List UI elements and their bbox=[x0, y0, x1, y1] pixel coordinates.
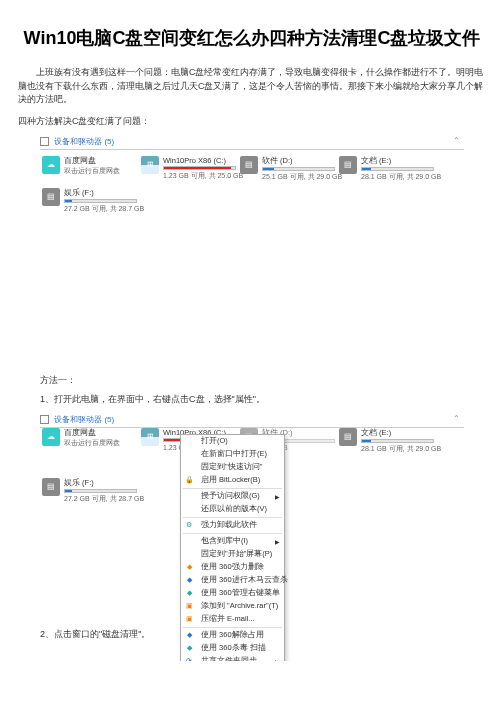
hdd-icon: ▤ bbox=[339, 428, 357, 446]
drive-baidu[interactable]: ☁ 百度网盘 双击运行百度网盘 bbox=[42, 428, 137, 454]
menu-item-label: 启用 BitLocker(B) bbox=[201, 475, 260, 485]
menu-item-icon: 🔒 bbox=[184, 475, 194, 485]
hdd-icon: ▤ bbox=[42, 188, 60, 206]
capacity-bar bbox=[163, 166, 236, 170]
menu-item[interactable]: ◆使用 360进行木马云查杀 bbox=[181, 574, 284, 587]
drive-sub: 1.23 GB 可用, 共 25.0 GB bbox=[163, 171, 236, 181]
menu-item-icon: ◆ bbox=[184, 562, 194, 572]
hdd-icon: ▤ bbox=[339, 156, 357, 174]
drive-baidu[interactable]: ☁ 百度网盘 双击运行百度网盘 bbox=[42, 156, 137, 182]
menu-item-label: 添加到 "Archive.rar"(T) bbox=[201, 601, 278, 611]
menu-item-label: 强力卸载此软件 bbox=[201, 520, 257, 530]
menu-item[interactable]: 包含到库中(I)▶ bbox=[181, 535, 284, 548]
menu-item-icon: ◆ bbox=[184, 575, 194, 585]
menu-item-icon: ⚙ bbox=[184, 520, 194, 530]
menu-item[interactable]: 固定到"开始"屏幕(P) bbox=[181, 548, 284, 561]
article-page: Win10电脑C盘空间变红怎么办四种方法清理C盘垃圾文件 上班族有没有遇到这样一… bbox=[0, 0, 504, 661]
drive-f[interactable]: ▤ 娱乐 (F:) 27.2 GB 可用, 共 28.7 GB bbox=[42, 478, 137, 504]
drive-c[interactable]: ⊞ Win10Pro X86 (C:) 1.23 GB 可用, 共 25.0 G… bbox=[141, 156, 236, 182]
menu-item-icon: ◆ bbox=[184, 630, 194, 640]
menu-item-label: 使用 360进行木马云查杀 bbox=[201, 575, 288, 585]
intro-paragraph: 上班族有没有遇到这样一个问题：电脑C盘经常变红内存满了，导致电脑变得很卡，什么操… bbox=[18, 66, 486, 107]
method-one-label: 方法一： bbox=[40, 374, 486, 387]
menu-item[interactable]: 打开(O) bbox=[181, 435, 284, 448]
context-menu: 打开(O)在新窗口中打开(E)固定到"快速访问"🔒启用 BitLocker(B)… bbox=[180, 434, 285, 661]
menu-item-label: 还原以前的版本(V) bbox=[201, 504, 267, 514]
drive-sub: 28.1 GB 可用, 共 29.0 GB bbox=[361, 172, 434, 182]
windows-drive-icon: ⊞ bbox=[141, 428, 159, 446]
cloud-icon: ☁ bbox=[42, 428, 60, 446]
menu-item[interactable]: ◆使用 360管理右键菜单 bbox=[181, 587, 284, 600]
submenu-arrow-icon: ▶ bbox=[275, 658, 280, 661]
menu-separator bbox=[183, 488, 282, 489]
windows-drive-icon: ⊞ bbox=[141, 156, 159, 174]
menu-item-icon: ▣ bbox=[184, 601, 194, 611]
menu-item-label: 使用 360杀毒 扫描 bbox=[201, 643, 266, 653]
article-title: Win10电脑C盘空间变红怎么办四种方法清理C盘垃圾文件 bbox=[18, 26, 486, 50]
menu-item[interactable]: 授予访问权限(G)▶ bbox=[181, 490, 284, 503]
screenshot-contextmenu: 设备和驱动器 (5) ⌃ ☁ 百度网盘 双击运行百度网盘 ⊞ Win10Pro … bbox=[40, 412, 464, 622]
devices-header-label: 设备和驱动器 (5) bbox=[54, 415, 114, 424]
drive-f[interactable]: ▤ 娱乐 (F:) 27.2 GB 可用, 共 28.7 GB bbox=[42, 188, 137, 214]
menu-item[interactable]: ▣添加到 "Archive.rar"(T) bbox=[181, 600, 284, 613]
drive-label: 娱乐 (F:) bbox=[64, 478, 137, 488]
drive-e[interactable]: ▤ 文档 (E:) 28.1 GB 可用, 共 29.0 GB bbox=[339, 428, 434, 454]
capacity-bar bbox=[361, 167, 434, 171]
drive-label: 软件 (D:) bbox=[262, 156, 335, 166]
devices-header-label: 设备和驱动器 (5) bbox=[54, 137, 114, 146]
menu-item-label: 使用 360管理右键菜单 bbox=[201, 588, 280, 598]
capacity-bar bbox=[64, 199, 137, 203]
step-1: 1、打开此电脑，在界面中，右键点击C盘，选择"属性"。 bbox=[40, 393, 486, 406]
drive-d[interactable]: ▤ 软件 (D:) 25.1 GB 可用, 共 29.0 GB bbox=[240, 156, 335, 182]
screenshot-drives: 设备和驱动器 (5) ⌃ ☁ 百度网盘 双击运行百度网盘 ⊞ Win10Pro … bbox=[40, 134, 464, 218]
drive-sub: 27.2 GB 可用, 共 28.7 GB bbox=[64, 494, 137, 504]
menu-item-icon: ⟳ bbox=[184, 656, 194, 661]
drive-sub: 27.2 GB 可用, 共 28.7 GB bbox=[64, 204, 137, 214]
menu-item[interactable]: ◆使用 360强力删除 bbox=[181, 561, 284, 574]
submenu-arrow-icon: ▶ bbox=[275, 538, 280, 545]
menu-item[interactable]: 在新窗口中打开(E) bbox=[181, 448, 284, 461]
menu-item-icon: ◆ bbox=[184, 588, 194, 598]
menu-item[interactable]: ⟳共享文件夹同步▶ bbox=[181, 655, 284, 661]
chevron-icon: ⌃ bbox=[453, 136, 460, 145]
drive-label: 娱乐 (F:) bbox=[64, 188, 137, 198]
menu-separator bbox=[183, 517, 282, 518]
menu-item[interactable]: 固定到"快速访问" bbox=[181, 461, 284, 474]
drives-row: ☁ 百度网盘 双击运行百度网盘 ⊞ Win10Pro X86 (C:) 1.23… bbox=[40, 154, 464, 218]
menu-item-label: 固定到"开始"屏幕(P) bbox=[201, 549, 272, 559]
menu-item-icon: ▣ bbox=[184, 614, 194, 624]
menu-item-label: 授予访问权限(G) bbox=[201, 491, 260, 501]
devices-header[interactable]: 设备和驱动器 (5) ⌃ bbox=[40, 134, 464, 150]
menu-item-label: 固定到"快速访问" bbox=[201, 462, 262, 472]
menu-separator bbox=[183, 533, 282, 534]
drive-label: 百度网盘 bbox=[64, 428, 137, 438]
menu-item[interactable]: 还原以前的版本(V) bbox=[181, 503, 284, 516]
drive-label: 文档 (E:) bbox=[361, 156, 434, 166]
drive-label: 百度网盘 bbox=[64, 156, 137, 166]
menu-item-label: 使用 360强力删除 bbox=[201, 562, 264, 572]
hdd-icon: ▤ bbox=[42, 478, 60, 496]
menu-item-label: 打开(O) bbox=[201, 436, 228, 446]
menu-separator bbox=[183, 627, 282, 628]
drive-sub: 双击运行百度网盘 bbox=[64, 166, 137, 176]
hdd-icon: ▤ bbox=[240, 156, 258, 174]
drive-label: Win10Pro X86 (C:) bbox=[163, 156, 236, 165]
cloud-icon: ☁ bbox=[42, 156, 60, 174]
menu-item[interactable]: ⚙强力卸载此软件 bbox=[181, 519, 284, 532]
menu-item-label: 使用 360解除占用 bbox=[201, 630, 264, 640]
menu-item-label: 压缩并 E-mail... bbox=[201, 614, 255, 624]
menu-item[interactable]: ◆使用 360杀毒 扫描 bbox=[181, 642, 284, 655]
drive-label: 文档 (E:) bbox=[361, 428, 434, 438]
capacity-bar bbox=[64, 489, 137, 493]
menu-item[interactable]: ◆使用 360解除占用 bbox=[181, 629, 284, 642]
capacity-bar bbox=[361, 439, 434, 443]
menu-item[interactable]: 🔒启用 BitLocker(B) bbox=[181, 474, 284, 487]
menu-item[interactable]: ▣压缩并 E-mail... bbox=[181, 613, 284, 626]
menu-item-icon: ◆ bbox=[184, 643, 194, 653]
menu-item-label: 在新窗口中打开(E) bbox=[201, 449, 267, 459]
whitespace-gap bbox=[18, 224, 486, 364]
menu-item-label: 包含到库中(I) bbox=[201, 536, 248, 546]
drive-sub: 双击运行百度网盘 bbox=[64, 438, 137, 448]
drive-e[interactable]: ▤ 文档 (E:) 28.1 GB 可用, 共 29.0 GB bbox=[339, 156, 434, 182]
drive-sub: 28.1 GB 可用, 共 29.0 GB bbox=[361, 444, 434, 454]
